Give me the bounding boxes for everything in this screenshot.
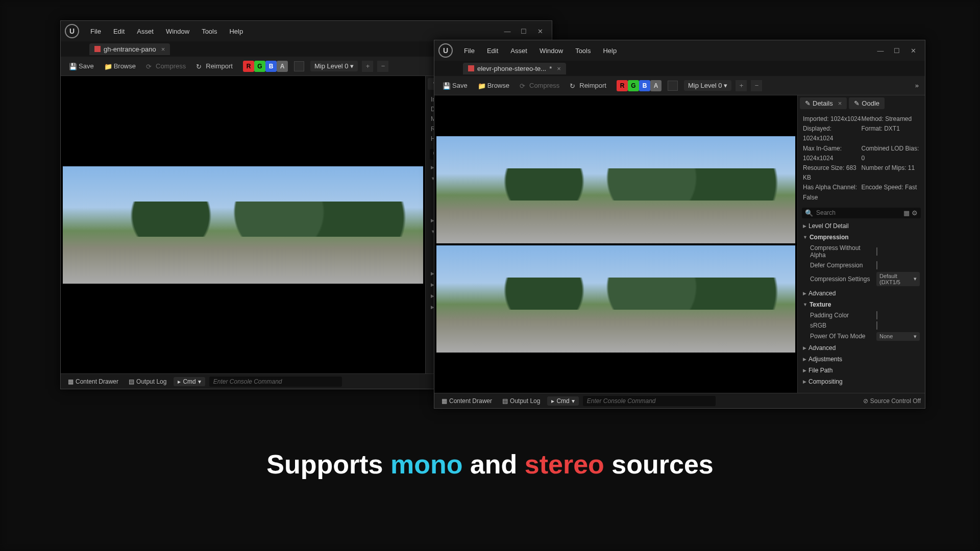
compress-button[interactable]: ⟳Compress	[142, 60, 190, 72]
cwa-checkbox[interactable]	[876, 247, 877, 256]
tab-close-icon[interactable]: ×	[161, 45, 165, 53]
maximize-button[interactable]: ☐	[516, 24, 531, 38]
reimport-icon: ↻	[196, 63, 203, 70]
asset-tab[interactable]: elevr-phone-stereo-te... * ×	[463, 63, 566, 74]
texture-viewport[interactable]	[61, 76, 425, 373]
content-drawer-button[interactable]: ▦Content Drawer	[438, 396, 495, 406]
close-button[interactable]: ✕	[532, 24, 548, 38]
channel-g[interactable]: G	[628, 80, 639, 91]
channel-a[interactable]: A	[650, 80, 662, 91]
prop-cset: Compression SettingsDefault (DXT1/5▾	[798, 270, 925, 288]
background-toggle[interactable]	[668, 81, 678, 91]
tab-label: elevr-phone-stereo-te...	[477, 65, 546, 72]
save-button[interactable]: 💾Save	[65, 60, 98, 72]
channel-a[interactable]: A	[277, 61, 288, 72]
log-icon: ▤	[502, 397, 508, 405]
menu-file[interactable]: File	[459, 45, 480, 57]
folder-icon: 📁	[104, 63, 111, 70]
chevron-down-icon: ▾	[350, 62, 354, 70]
padding-color-swatch[interactable]	[876, 311, 877, 319]
compression-dropdown[interactable]: Default (DXT1/5▾	[876, 272, 920, 286]
cat-adjustments[interactable]: ▶Adjustments	[798, 354, 925, 365]
tab-label: gh-entrance-pano	[104, 45, 156, 53]
menu-window[interactable]: Window	[534, 45, 568, 57]
minimize-button[interactable]: —	[873, 44, 888, 57]
cat-advanced[interactable]: ▶Advanced	[798, 288, 925, 299]
texture-icon	[94, 46, 101, 52]
output-log-button[interactable]: ▤Output Log	[126, 377, 169, 387]
mip-minus-button[interactable]: −	[377, 61, 388, 72]
cmd-dropdown[interactable]: ▸Cmd▾	[547, 396, 578, 406]
source-control-status[interactable]: ⊘Source Control Off	[863, 397, 921, 405]
menu-window[interactable]: Window	[161, 26, 194, 37]
maximize-button[interactable]: ☐	[889, 44, 904, 57]
mip-minus-button[interactable]: −	[751, 80, 762, 91]
browse-button[interactable]: 📁Browse	[474, 80, 513, 91]
gear-icon[interactable]: ⚙	[912, 209, 918, 217]
compress-icon: ⟳	[520, 82, 527, 89]
menu-help[interactable]: Help	[598, 45, 622, 57]
save-button[interactable]: 💾Save	[438, 80, 472, 91]
asset-tab[interactable]: gh-entrance-pano ×	[89, 43, 170, 55]
channel-r[interactable]: R	[243, 61, 254, 72]
pencil-icon: ✎	[805, 99, 811, 107]
channel-b[interactable]: B	[639, 80, 650, 91]
console-input[interactable]: Enter Console Command	[583, 396, 716, 406]
srgb-checkbox[interactable]	[876, 321, 877, 330]
pencil-icon: ✎	[854, 99, 860, 107]
oodle-tab[interactable]: ✎Oodle	[849, 97, 885, 109]
cat-lod[interactable]: ▶Level Of Detail	[798, 220, 925, 232]
menu-help[interactable]: Help	[224, 26, 248, 37]
search-input[interactable]	[816, 209, 900, 216]
channel-b[interactable]: B	[265, 61, 277, 72]
content-drawer-button[interactable]: ▦Content Drawer	[65, 377, 121, 387]
menu-tools[interactable]: Tools	[570, 45, 596, 57]
overflow-icon[interactable]: »	[913, 80, 921, 91]
cat-filepath[interactable]: ▶File Path	[798, 365, 925, 376]
close-icon[interactable]: ×	[838, 99, 842, 107]
mip-level-dropdown[interactable]: Mip Level 0▾	[684, 80, 731, 91]
texture-icon	[468, 65, 474, 71]
prop-srgb: sRGB	[798, 320, 925, 331]
ue-logo: U	[65, 24, 79, 38]
menu-edit[interactable]: Edit	[482, 45, 503, 57]
browse-button[interactable]: 📁Browse	[100, 60, 140, 72]
cat-texture[interactable]: ▼Texture	[798, 299, 925, 310]
console-input[interactable]: Enter Console Command	[209, 377, 342, 387]
save-icon: 💾	[443, 82, 450, 89]
log-icon: ▤	[129, 378, 134, 385]
prop-padding: Padding Color	[798, 310, 925, 320]
cat-advanced2[interactable]: ▶Advanced	[798, 342, 925, 354]
grid-icon[interactable]: ▦	[903, 209, 910, 217]
details-tab[interactable]: ✎Details×	[800, 97, 847, 109]
prop-defer: Defer Compression	[798, 260, 925, 270]
menu-file[interactable]: File	[85, 26, 106, 37]
tab-close-icon[interactable]: ×	[557, 65, 561, 72]
prop-pot: Power Of Two ModeNone▾	[798, 331, 925, 342]
output-log-button[interactable]: ▤Output Log	[499, 396, 543, 406]
folder-icon: 📁	[478, 82, 485, 89]
pot-dropdown[interactable]: None▾	[876, 332, 920, 341]
menu-asset[interactable]: Asset	[132, 26, 159, 37]
mip-plus-button[interactable]: +	[736, 80, 747, 91]
compress-icon: ⟳	[146, 63, 153, 70]
background-toggle[interactable]	[294, 61, 304, 71]
compress-button[interactable]: ⟳Compress	[516, 80, 564, 91]
mip-plus-button[interactable]: +	[362, 61, 373, 72]
cmd-dropdown[interactable]: ▸Cmd▾	[174, 377, 205, 386]
cat-compositing[interactable]: ▶Compositing	[798, 376, 925, 387]
reimport-button[interactable]: ↻Reimport	[192, 60, 237, 72]
menu-tools[interactable]: Tools	[197, 26, 222, 37]
defer-checkbox[interactable]	[876, 261, 877, 269]
channel-r[interactable]: R	[617, 80, 628, 91]
chevron-down-icon: ▾	[724, 82, 727, 89]
cat-compression[interactable]: ▼Compression	[798, 232, 925, 243]
menu-edit[interactable]: Edit	[108, 26, 130, 37]
close-button[interactable]: ✕	[905, 44, 921, 57]
mip-level-dropdown[interactable]: Mip Level 0▾	[310, 61, 358, 71]
texture-viewport[interactable]	[434, 95, 797, 393]
channel-g[interactable]: G	[254, 61, 265, 72]
menu-asset[interactable]: Asset	[505, 45, 532, 57]
reimport-button[interactable]: ↻Reimport	[566, 80, 610, 91]
minimize-button[interactable]: —	[500, 24, 515, 38]
